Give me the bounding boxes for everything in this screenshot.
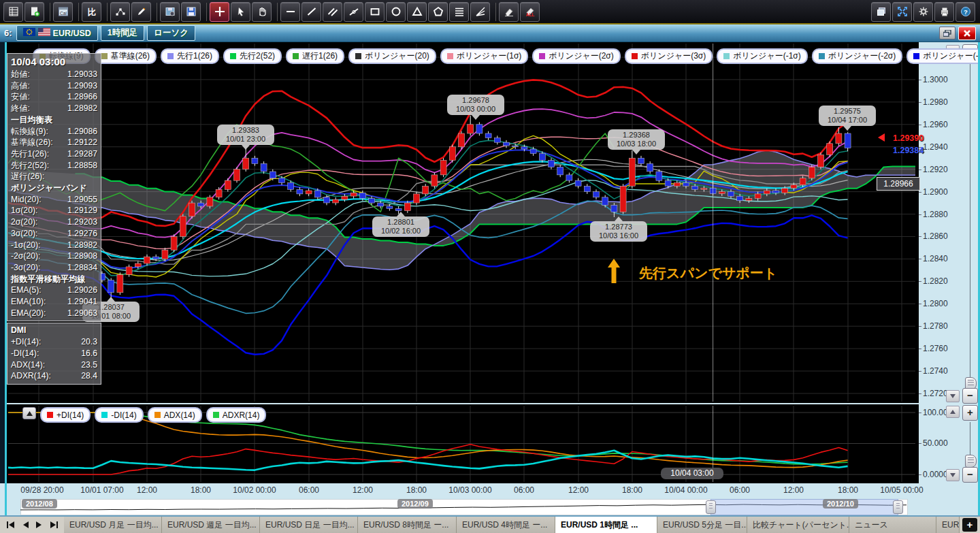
panel-row: -2σ(20):1.28908 xyxy=(11,251,97,262)
candle xyxy=(108,280,114,293)
settings-tool-button[interactable] xyxy=(913,2,933,22)
panel-section-header: 指数平滑移動平均線 xyxy=(11,274,97,285)
print-tool-button[interactable] xyxy=(934,2,954,22)
save-tool-button[interactable] xyxy=(181,2,201,22)
pencil-tool-button[interactable] xyxy=(131,2,151,22)
fibonacci-tool-button[interactable] xyxy=(449,2,469,22)
last-tab-button[interactable] xyxy=(47,519,60,532)
main-zoom-out-button[interactable]: − xyxy=(962,388,978,404)
legend-item[interactable]: 先行1(26) xyxy=(161,48,219,64)
legend-item[interactable]: +DI(14) xyxy=(40,407,91,423)
chart-tab[interactable]: ニュース xyxy=(849,517,936,533)
dmi-scroll-up-button[interactable] xyxy=(946,406,960,418)
main-zoom-track[interactable] xyxy=(970,63,970,388)
legend-item[interactable]: ボリンジャー(-3σ) xyxy=(906,48,980,64)
chart-tab[interactable]: EUR/USD 月足 一目均... xyxy=(64,517,162,533)
cursor-tool-button[interactable] xyxy=(231,2,250,22)
triangle-tool-button[interactable] xyxy=(407,2,427,22)
panel-row: 終値:1.28982 xyxy=(11,103,97,114)
dmi-scroll-down-button[interactable] xyxy=(946,469,960,481)
candle xyxy=(575,180,581,186)
legend-item[interactable]: ボリンジャー(1σ) xyxy=(440,48,528,64)
candle xyxy=(261,163,267,172)
candle xyxy=(216,189,222,197)
ellipse-tool-button[interactable] xyxy=(386,2,406,22)
legend-item[interactable]: 遅行1(26) xyxy=(286,48,344,64)
new-document-tool-button[interactable] xyxy=(24,2,44,22)
fan-lines-tool-button[interactable] xyxy=(470,2,490,22)
legend-item[interactable]: ボリンジャー(-2σ) xyxy=(812,48,902,64)
restore-window-button[interactable] xyxy=(939,27,956,39)
sub-zoom-out-button[interactable]: − xyxy=(962,467,978,483)
legend-item[interactable]: ボリンジャー(-1σ) xyxy=(717,48,807,64)
annotation-text: 先行スパンでサポート xyxy=(639,264,777,282)
eraser-all-tool-button[interactable]: ALL xyxy=(520,2,540,22)
chart-tab[interactable]: 比較チャート(パーセント... xyxy=(747,517,849,533)
pentagon-tool-button[interactable] xyxy=(428,2,448,22)
compare-tool-button[interactable]: 比 xyxy=(82,2,101,22)
main-toolbar: Cal比ALL? xyxy=(0,0,980,25)
symbol-selector[interactable]: EUR/USD xyxy=(16,25,98,41)
price-tick-label: 1.2980 xyxy=(923,97,948,107)
candle xyxy=(611,205,617,212)
eraser-tool-button[interactable] xyxy=(499,2,519,22)
add-tab-button[interactable]: + xyxy=(962,518,977,532)
chart-tab[interactable]: EUR/USD 日足 一目均... xyxy=(260,517,358,533)
calendar-tool-button[interactable]: Cal xyxy=(53,2,73,22)
legend-item[interactable]: ADXR(14) xyxy=(206,407,267,423)
legend-item[interactable]: ボリンジャー(20) xyxy=(348,48,436,64)
price-tick-label: 1.2900 xyxy=(923,187,948,197)
overview-right-handle[interactable] xyxy=(893,500,903,514)
candle xyxy=(387,206,393,208)
legend-item[interactable]: ボリンジャー(3σ) xyxy=(625,48,713,64)
candle xyxy=(135,263,141,267)
chart-tab[interactable]: EUR xyxy=(936,517,960,533)
horizontal-line-tool-button[interactable] xyxy=(280,2,300,22)
support-annotation[interactable]: 先行スパンでサポート xyxy=(608,259,777,283)
chart-tab[interactable]: EUR/USD 5分足 一目... xyxy=(657,517,747,533)
chart-area: 転換線(9)基準線(26)先行1(26)先行2(52)遅行1(26)ボリンジャー… xyxy=(0,42,980,515)
candle xyxy=(369,199,375,204)
legend-item[interactable]: 先行2(52) xyxy=(223,48,282,64)
parallel-lines-tool-button[interactable] xyxy=(323,2,342,22)
sub-zoom-slider[interactable] xyxy=(965,455,977,468)
first-tab-button[interactable] xyxy=(4,519,17,532)
price-marker: 1.2938310/01 23:00 xyxy=(217,125,274,145)
overview-left-handle[interactable] xyxy=(706,500,716,514)
chart-type-selector[interactable]: ローソク xyxy=(147,25,195,41)
legend-item[interactable]: ボリンジャー(2σ) xyxy=(532,48,620,64)
series-color-swatch xyxy=(101,53,108,59)
panel-row: 先行1(26):1.29287 xyxy=(11,148,97,160)
crosshair-tool-button[interactable] xyxy=(210,2,229,22)
collapse-subchart-button[interactable] xyxy=(22,407,36,419)
sub-zoom-in-button[interactable]: + xyxy=(962,405,978,421)
help-tool-button[interactable]: ? xyxy=(956,2,975,22)
chart-tab[interactable]: EUR/USD 4時間足 ー... xyxy=(457,517,555,533)
sub-zoom-track[interactable] xyxy=(970,422,970,455)
trend-line-tool-button[interactable] xyxy=(301,2,321,22)
timeframe-selector[interactable]: 1時間足 xyxy=(101,25,144,41)
overview-selection[interactable] xyxy=(710,499,898,515)
close-window-button[interactable] xyxy=(958,27,976,40)
price-scroll-down-button[interactable] xyxy=(946,390,960,402)
candle xyxy=(431,175,438,187)
hand-tool-button[interactable] xyxy=(252,2,272,22)
chart-tab[interactable]: EUR/USD 週足 一目均... xyxy=(162,517,260,533)
account-list-tool-button[interactable] xyxy=(3,2,23,22)
next-tab-button[interactable] xyxy=(33,519,46,532)
chart-tab[interactable]: EUR/USD 1時間足 ... xyxy=(555,517,657,533)
nodes-tool-button[interactable] xyxy=(110,2,130,22)
rectangle-tool-button[interactable] xyxy=(365,2,385,22)
save-settings-tool-button[interactable] xyxy=(160,2,180,22)
legend-item[interactable]: ADX(14) xyxy=(148,407,202,423)
us-flag-icon xyxy=(38,28,50,38)
windows-tool-button[interactable] xyxy=(871,2,891,22)
legend-item[interactable]: -DI(14) xyxy=(95,407,143,423)
fullscreen-tool-button[interactable] xyxy=(892,2,912,22)
candle xyxy=(449,147,455,161)
chart-tab[interactable]: EUR/USD 8時間足 ー... xyxy=(358,517,457,533)
prev-tab-button[interactable] xyxy=(18,519,31,532)
candle xyxy=(566,175,572,180)
ray-line-tool-button[interactable] xyxy=(344,2,363,22)
legend-item[interactable]: 基準線(26) xyxy=(95,48,157,64)
